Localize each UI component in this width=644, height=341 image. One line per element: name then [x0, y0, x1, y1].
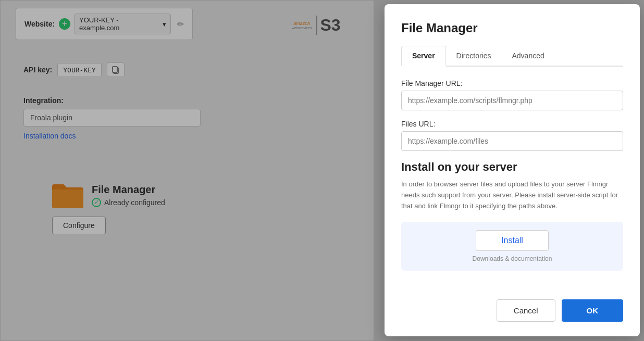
s3-badge: S3 [316, 16, 341, 35]
file-manager-info: File Manager ✓ Already configured [92, 184, 165, 207]
copy-icon [112, 66, 120, 74]
install-section: Install on your server In order to brows… [401, 160, 623, 291]
install-description: In order to browser server files and upl… [401, 179, 623, 211]
modal-title: File Manager [401, 21, 623, 35]
already-configured-status: ✓ Already configured [92, 198, 165, 207]
file-manager-url-group: File Manager URL: [401, 79, 623, 110]
cancel-button[interactable]: Cancel [497, 299, 555, 322]
installation-docs-link[interactable]: Installation docs [23, 132, 201, 140]
tab-directories[interactable]: Directories [446, 46, 502, 67]
folder-icon [52, 182, 83, 208]
file-manager-url-label: File Manager URL: [401, 79, 623, 87]
background-panel [0, 0, 374, 341]
already-configured-label: Already configured [104, 198, 165, 207]
file-manager-card: File Manager ✓ Already configured Config… [52, 182, 165, 234]
check-circle-icon: ✓ [92, 198, 101, 207]
edit-icon[interactable]: ✏ [177, 19, 184, 29]
api-key-value: YOUR-KEY [57, 63, 102, 77]
downloads-documentation-link: Downloads & documentation [473, 255, 552, 262]
webservices-label: webservices [292, 26, 312, 30]
add-website-button[interactable]: + [59, 18, 70, 30]
install-title: Install on your server [401, 160, 623, 174]
integration-section: Integration: Installation docs [23, 96, 201, 140]
amazon-label: amazon [293, 21, 310, 26]
tab-server[interactable]: Server [401, 46, 446, 67]
file-manager-url-input[interactable] [401, 91, 623, 110]
files-url-label: Files URL: [401, 120, 623, 128]
website-bar: Website: + YOUR-KEY - example.com ▾ ✏ [16, 8, 193, 40]
s3-logo: amazon webservices S3 [292, 16, 341, 35]
integration-input[interactable] [23, 109, 201, 127]
files-url-group: Files URL: [401, 120, 623, 151]
files-url-input[interactable] [401, 131, 623, 151]
tab-advanced[interactable]: Advanced [502, 46, 555, 67]
configure-button[interactable]: Configure [52, 217, 106, 234]
ok-button[interactable]: OK [562, 299, 624, 322]
modal-dialog: File Manager Server Directories Advanced… [385, 4, 640, 336]
website-selector[interactable]: YOUR-KEY - example.com ▾ [75, 14, 171, 34]
integration-label: Integration: [23, 96, 201, 105]
file-manager-name: File Manager [92, 184, 165, 196]
modal-footer: Cancel OK [401, 299, 623, 322]
chevron-down-icon: ▾ [163, 20, 166, 28]
modal-tabs: Server Directories Advanced [401, 46, 623, 67]
api-key-section: API key: YOUR-KEY [23, 62, 125, 77]
website-label: Website: [24, 20, 55, 28]
install-button[interactable]: Install [476, 230, 549, 251]
api-key-label: API key: [23, 66, 52, 74]
website-value: YOUR-KEY - example.com [79, 16, 160, 32]
svg-rect-1 [113, 67, 117, 72]
install-btn-wrapper: Install Downloads & documentation [401, 222, 623, 271]
copy-api-key-button[interactable] [107, 62, 125, 77]
